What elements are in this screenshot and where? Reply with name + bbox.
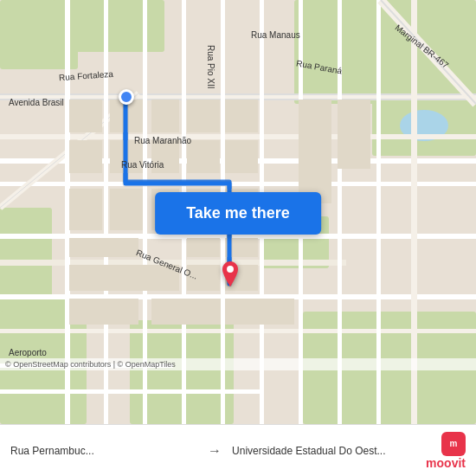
svg-point-64 (227, 266, 234, 273)
svg-rect-41 (151, 100, 179, 132)
svg-rect-14 (0, 134, 476, 139)
svg-rect-39 (69, 140, 102, 173)
map-container: Rua Fortaleza Avenida Brasil Rua Pio XII… (0, 0, 476, 424)
svg-rect-54 (69, 238, 138, 257)
moovit-logo: m moovit (426, 432, 466, 470)
svg-rect-62 (299, 100, 331, 203)
route-from: Rua Pernambuc... (10, 445, 197, 457)
route-arrow-icon: → (208, 443, 222, 459)
take-me-there-button[interactable]: Take me there (155, 192, 321, 235)
destination-marker (218, 261, 242, 296)
svg-rect-61 (225, 299, 294, 325)
svg-rect-51 (69, 189, 102, 230)
bottom-bar: Rua Pernambuc... → Universidade Estadual… (0, 424, 476, 476)
svg-rect-37 (69, 100, 102, 132)
svg-rect-63 (338, 100, 370, 169)
svg-rect-12 (0, 93, 476, 95)
svg-rect-45 (225, 100, 258, 132)
route-to: Universidade Estadual Do Oest... (232, 445, 419, 457)
street-label-pio: Rua Pio XII (206, 45, 215, 89)
svg-rect-49 (187, 238, 220, 257)
street-label-aeroporto: Aeroporto (9, 348, 47, 357)
svg-rect-16 (0, 182, 476, 186)
svg-rect-20 (0, 329, 476, 333)
svg-rect-59 (69, 299, 138, 325)
origin-marker (119, 89, 134, 105)
moovit-logo-text: m (450, 439, 458, 448)
route-info: Rua Pernambuc... → Universidade Estadual… (10, 443, 419, 459)
street-label-brasil: Avenida Brasil (9, 98, 64, 107)
street-label-vitoria: Rua Vitória (121, 160, 164, 170)
svg-rect-44 (187, 140, 220, 173)
svg-rect-43 (187, 100, 220, 132)
street-label-maranhao: Rua Maranhão (134, 136, 191, 145)
moovit-brand-text: moovit (426, 456, 466, 470)
street-label-manaus: Rua Manaus (251, 30, 300, 40)
svg-rect-52 (110, 189, 143, 230)
svg-rect-46 (225, 140, 258, 173)
svg-rect-60 (151, 299, 221, 325)
map-attribution: © OpenStreetMap contributors | © OpenMap… (0, 358, 476, 370)
moovit-logo-icon: m (441, 432, 466, 456)
